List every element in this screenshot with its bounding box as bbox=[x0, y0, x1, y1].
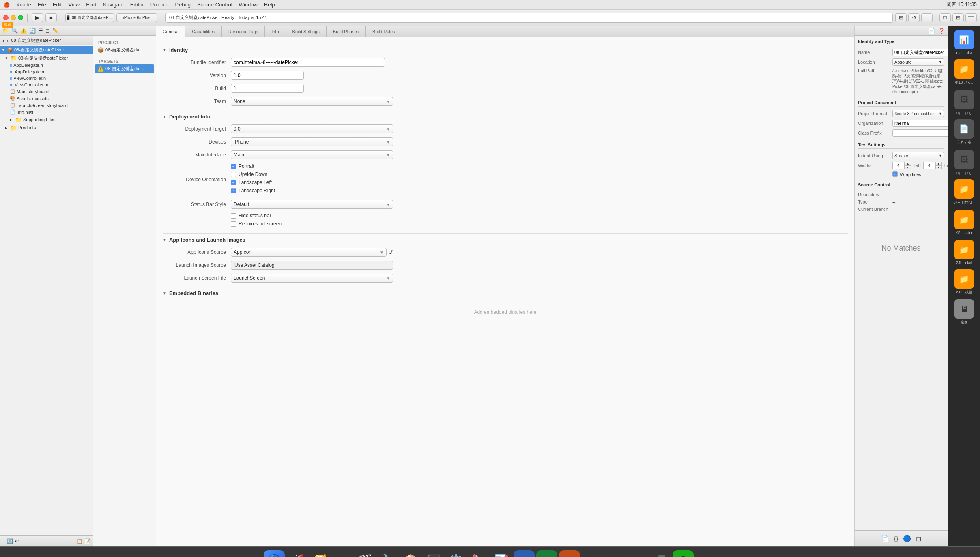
menubar-window[interactable]: Window bbox=[239, 2, 258, 8]
desktop-icon-0[interactable]: 📊 ios1....xlsx bbox=[950, 28, 979, 57]
app-icons-refresh-icon[interactable]: ↺ bbox=[388, 249, 393, 255]
tab-build-settings[interactable]: Build Settings bbox=[286, 26, 327, 37]
desktop-icon-4[interactable]: 🖼 nip....png bbox=[950, 148, 979, 177]
inspector-location-select[interactable]: Absolute ▼ bbox=[892, 58, 944, 66]
dock-word[interactable]: W bbox=[514, 550, 535, 557]
sidebar-icon-6[interactable]: ◻ bbox=[45, 28, 50, 34]
dock-dev[interactable]: 🛠 bbox=[604, 550, 625, 557]
view-btn-2[interactable]: ⊟ bbox=[952, 13, 964, 22]
tab-capabilities[interactable]: Capabilities bbox=[185, 26, 222, 37]
main-interface-select[interactable]: Main ▼ bbox=[231, 150, 393, 159]
bundle-id-input[interactable] bbox=[231, 58, 385, 67]
tab-decrement-button[interactable]: ▼ bbox=[905, 165, 911, 169]
dock-chat[interactable]: 💬 bbox=[673, 550, 694, 557]
version-input[interactable] bbox=[231, 71, 304, 80]
inspector-icon-1[interactable]: 📄 bbox=[928, 28, 935, 34]
dock-music[interactable]: 🎵 bbox=[650, 550, 671, 557]
file-launchscreen[interactable]: 📋 LaunchScreen.storyboard bbox=[0, 102, 93, 109]
tab-build-rules[interactable]: Build Rules bbox=[366, 26, 402, 37]
status-bar-select[interactable]: Default ▼ bbox=[231, 200, 393, 209]
supporting-files-group[interactable]: ▶ 📁 Supporting Files bbox=[0, 116, 93, 124]
maximize-button[interactable] bbox=[18, 15, 23, 20]
dock-monitor[interactable]: 🖥 bbox=[627, 550, 648, 557]
menubar-editor[interactable]: Editor bbox=[130, 2, 144, 8]
sidebar-icon-5[interactable]: ☰ bbox=[38, 28, 43, 34]
class-prefix-input[interactable] bbox=[892, 129, 948, 137]
file-viewcontroller-m[interactable]: m ViewController.m bbox=[0, 81, 93, 88]
menubar-file[interactable]: File bbox=[38, 2, 46, 8]
dock-launchpad[interactable]: 🚀 bbox=[286, 550, 307, 557]
inspector-bottom-icon-1[interactable]: 📄 bbox=[881, 535, 889, 542]
inspector-bottom-icon-2[interactable]: {} bbox=[894, 535, 898, 542]
dock-finder[interactable]: 🔵 bbox=[264, 550, 285, 557]
app-icons-select[interactable]: AppIcon ▼ bbox=[231, 248, 387, 257]
desktop-icon-2[interactable]: 🖼 nip....png bbox=[950, 88, 979, 117]
indent-decrement-button[interactable]: ▼ bbox=[935, 165, 942, 169]
desktop-icon-1[interactable]: 📁 第13...业班 bbox=[950, 58, 979, 87]
tab-increment-button[interactable]: ▲ bbox=[905, 162, 911, 165]
tab-info[interactable]: Info bbox=[265, 26, 286, 37]
devices-select[interactable]: iPhone ▼ bbox=[231, 137, 393, 146]
landscape-left-checkbox[interactable] bbox=[231, 180, 236, 185]
layout-btn-1[interactable]: ⊞ bbox=[895, 13, 907, 22]
project-format-select[interactable]: Xcode 3.2-compatible ▼ bbox=[892, 110, 944, 117]
tab-build-phases[interactable]: Build Phases bbox=[327, 26, 366, 37]
project-root-item[interactable]: ▼ 📦 08-自定义键盘datePicker bbox=[0, 46, 93, 54]
dock-mouse[interactable]: 🖱 bbox=[332, 550, 353, 557]
dock-tools[interactable]: 🔧 bbox=[377, 550, 398, 557]
minimize-button[interactable] bbox=[11, 15, 16, 20]
device-selector[interactable]: iPhone 6s Plus bbox=[116, 13, 157, 22]
indent-using-select[interactable]: Spaces ▼ bbox=[892, 152, 944, 159]
close-button[interactable] bbox=[3, 15, 9, 20]
inspector-name-input[interactable] bbox=[892, 49, 948, 56]
sidebar-filter-icon[interactable]: 🔄 bbox=[7, 538, 13, 544]
menubar-xcode[interactable]: Xcode bbox=[16, 2, 31, 8]
file-info-plist[interactable]: 📄 Info.plist bbox=[0, 109, 93, 116]
menubar-product[interactable]: Product bbox=[150, 2, 169, 8]
tab-resource-tags[interactable]: Resource Tags bbox=[222, 26, 265, 37]
file-appdelegate-h[interactable]: h AppDelegate.h bbox=[0, 62, 93, 69]
menubar-debug[interactable]: Debug bbox=[175, 2, 191, 8]
requires-full-screen-checkbox[interactable] bbox=[231, 221, 236, 227]
stop-button[interactable]: ■ bbox=[45, 13, 57, 22]
products-group[interactable]: ▶ 📁 Products bbox=[0, 124, 93, 132]
dock-archive[interactable]: 📦 bbox=[400, 550, 421, 557]
desktop-icon-3[interactable]: 📄 车丹分案 bbox=[950, 118, 979, 147]
build-input[interactable] bbox=[231, 84, 304, 93]
file-appdelegate-m[interactable]: m AppDelegate.m bbox=[0, 69, 93, 75]
sidebar-back-icon[interactable]: ↶ bbox=[15, 538, 19, 544]
dock-notes[interactable]: 📝 bbox=[491, 550, 512, 557]
run-button[interactable]: ▶ bbox=[32, 13, 43, 22]
menubar-navigate[interactable]: Navigate bbox=[103, 2, 123, 8]
file-assets[interactable]: 🎨 Assets.xcassets bbox=[0, 95, 93, 102]
organization-input[interactable] bbox=[892, 120, 948, 127]
hide-status-bar-checkbox[interactable] bbox=[231, 213, 236, 219]
identity-arrow[interactable]: ▼ bbox=[163, 48, 167, 52]
wrap-lines-checkbox[interactable] bbox=[892, 171, 898, 177]
desktop-icon-7[interactable]: 📁 ZJL...etail bbox=[950, 238, 979, 267]
desktop-icon-5[interactable]: 📁 07--（优化） bbox=[950, 178, 979, 207]
group-item[interactable]: ▼ 📁 08-自定义键盘datePicker bbox=[0, 54, 93, 62]
scheme-selector[interactable]: 📱 08-自定义键盘datePicker bbox=[65, 13, 114, 22]
upside-down-checkbox[interactable] bbox=[231, 172, 236, 177]
indent-increment-button[interactable]: ▲ bbox=[935, 162, 942, 165]
desktop-icon-8[interactable]: 📁 ios1...试题 bbox=[950, 268, 979, 297]
layout-btn-3[interactable]: → bbox=[921, 13, 933, 22]
apple-menu[interactable]: 🍎 bbox=[3, 2, 10, 8]
sidebar-icon-2[interactable]: 🔍 bbox=[11, 28, 18, 34]
landscape-right-checkbox[interactable] bbox=[231, 188, 236, 193]
embedded-arrow[interactable]: ▼ bbox=[163, 291, 167, 296]
dock-video[interactable]: 🎬 bbox=[355, 550, 376, 557]
dock-helmet[interactable]: ⛑ bbox=[582, 550, 603, 557]
launch-screen-select[interactable]: LaunchScreen ▼ bbox=[231, 274, 393, 283]
desktop-icon-9[interactable]: 🖥 桌面 bbox=[950, 298, 979, 327]
indent-width-input[interactable] bbox=[923, 162, 935, 169]
nav-forward[interactable]: › bbox=[7, 37, 9, 44]
layout-btn-2[interactable]: ↺ bbox=[908, 13, 920, 22]
deployment-arrow[interactable]: ▼ bbox=[163, 114, 167, 119]
tab-general[interactable]: General bbox=[156, 26, 185, 37]
project-nav-item[interactable]: 📦 08-自定义键盘dat... bbox=[95, 46, 154, 54]
deployment-target-select[interactable]: 9.0 ▼ bbox=[231, 124, 393, 133]
sidebar-icon-1[interactable]: 📁 bbox=[2, 28, 9, 34]
desktop-icon-6[interactable]: 📁 KSI...aster bbox=[950, 208, 979, 237]
